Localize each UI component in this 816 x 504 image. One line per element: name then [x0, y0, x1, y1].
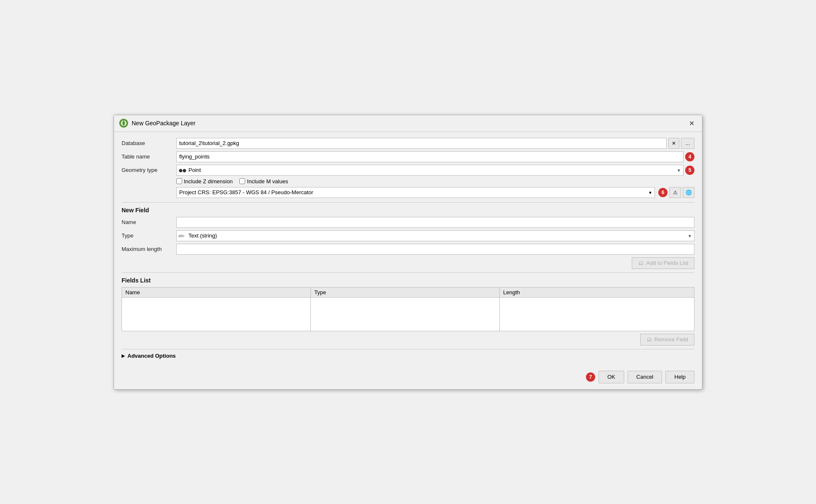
fields-list-header: Fields List: [122, 277, 694, 284]
field-type-row: Type abc Text (string) Integer Decimal n…: [122, 230, 694, 241]
database-input[interactable]: [176, 138, 667, 149]
checkbox-row: Include Z dimension Include M values: [176, 178, 694, 185]
table-name-control: 4: [176, 151, 694, 162]
crs-select[interactable]: Project CRS: EPSG:3857 - WGS 84 / Pseudo…: [176, 187, 655, 198]
bottom-buttons-bar: 7 OK Cancel Help: [114, 367, 702, 389]
badge-6: 6: [658, 188, 668, 197]
max-length-control: [176, 244, 694, 255]
qgis-logo-icon: [119, 119, 128, 128]
advanced-options-toggle[interactable]: ▶ Advanced Options: [122, 353, 694, 359]
geometry-type-select-wrap: ⬤⬤ Point Line Polygon ▼: [176, 165, 684, 176]
field-name-row: Name: [122, 217, 694, 228]
table-name-input[interactable]: [176, 151, 684, 162]
help-button[interactable]: Help: [665, 371, 694, 383]
remove-field-icon: 🗂: [646, 336, 652, 343]
database-row: Database ✕ …: [122, 138, 694, 149]
max-length-label: Maximum length: [122, 246, 176, 252]
table-empty-row: [122, 297, 694, 331]
svg-point-2: [123, 122, 125, 124]
database-clear-button[interactable]: ✕: [668, 138, 679, 149]
crs-row: Project CRS: EPSG:3857 - WGS 84 / Pseudo…: [176, 187, 694, 198]
title-bar: New GeoPackage Layer ✕: [114, 115, 702, 132]
title-bar-left: New GeoPackage Layer: [119, 119, 196, 128]
include-m-item: Include M values: [239, 178, 288, 185]
database-control: ✕ …: [176, 138, 694, 149]
advanced-options-arrow-icon: ▶: [122, 354, 125, 358]
include-z-label: Include Z dimension: [184, 178, 233, 185]
include-m-label: Include M values: [247, 178, 288, 185]
empty-cell-2: [311, 297, 500, 331]
crs-warning-button[interactable]: ⚠: [669, 187, 681, 198]
col-type-header: Type: [311, 287, 500, 297]
max-length-input[interactable]: [176, 244, 694, 255]
cancel-button[interactable]: Cancel: [628, 371, 662, 383]
badge-5: 5: [685, 166, 694, 175]
geometry-type-label: Geometry type: [122, 167, 176, 173]
include-z-checkbox[interactable]: [176, 178, 182, 184]
database-browse-button[interactable]: …: [681, 138, 694, 149]
max-length-row: Maximum length: [122, 244, 694, 255]
remove-field-btn-wrap: 🗂 Remove Field: [122, 334, 694, 346]
fields-table: Name Type Length: [122, 287, 694, 331]
database-label: Database: [122, 140, 176, 146]
col-name-header: Name: [122, 287, 311, 297]
advanced-options-label: Advanced Options: [127, 353, 176, 359]
add-fields-icon: 🗂: [638, 260, 644, 266]
crs-select-wrap: Project CRS: EPSG:3857 - WGS 84 / Pseudo…: [176, 187, 655, 198]
geometry-type-control: ⬤⬤ Point Line Polygon ▼ 5: [176, 165, 694, 176]
empty-cell-3: [500, 297, 694, 331]
divider-1: [122, 202, 694, 203]
field-type-select[interactable]: Text (string) Integer Decimal number (re…: [176, 230, 694, 241]
new-field-header: New Field: [122, 207, 694, 214]
empty-cell-1: [122, 297, 311, 331]
ok-button[interactable]: OK: [599, 371, 624, 383]
geometry-type-row: Geometry type ⬤⬤ Point Line Polygon ▼ 5: [122, 165, 694, 176]
field-type-select-wrap: abc Text (string) Integer Decimal number…: [176, 230, 694, 241]
dialog-title: New GeoPackage Layer: [132, 120, 196, 127]
col-length-header: Length: [500, 287, 694, 297]
geometry-type-select[interactable]: Point Line Polygon: [176, 165, 684, 176]
add-to-fields-button[interactable]: 🗂 Add to Fields List: [632, 257, 694, 269]
include-m-checkbox[interactable]: [239, 178, 245, 184]
field-name-control: [176, 217, 694, 228]
table-name-label: Table name: [122, 153, 176, 160]
close-button[interactable]: ✕: [686, 119, 697, 128]
new-geopackage-dialog: New GeoPackage Layer ✕ Database ✕ … Tabl…: [114, 115, 702, 390]
table-name-row: Table name 4: [122, 151, 694, 162]
field-name-input[interactable]: [176, 217, 694, 228]
dialog-content: Database ✕ … Table name 4 Geometry type …: [114, 132, 702, 367]
remove-field-button[interactable]: 🗂 Remove Field: [640, 334, 694, 346]
badge-7: 7: [586, 372, 595, 382]
field-name-label: Name: [122, 219, 176, 225]
globe-icon: 🌐: [686, 190, 692, 195]
divider-3: [122, 349, 694, 349]
field-type-control: abc Text (string) Integer Decimal number…: [176, 230, 694, 241]
warning-icon: ⚠: [673, 190, 678, 195]
divider-2: [122, 272, 694, 273]
include-z-item: Include Z dimension: [176, 178, 233, 185]
badge-4: 4: [685, 152, 694, 161]
add-field-btn-wrap: 🗂 Add to Fields List: [122, 257, 694, 269]
crs-globe-button[interactable]: 🌐: [683, 187, 694, 198]
field-type-label: Type: [122, 232, 176, 239]
